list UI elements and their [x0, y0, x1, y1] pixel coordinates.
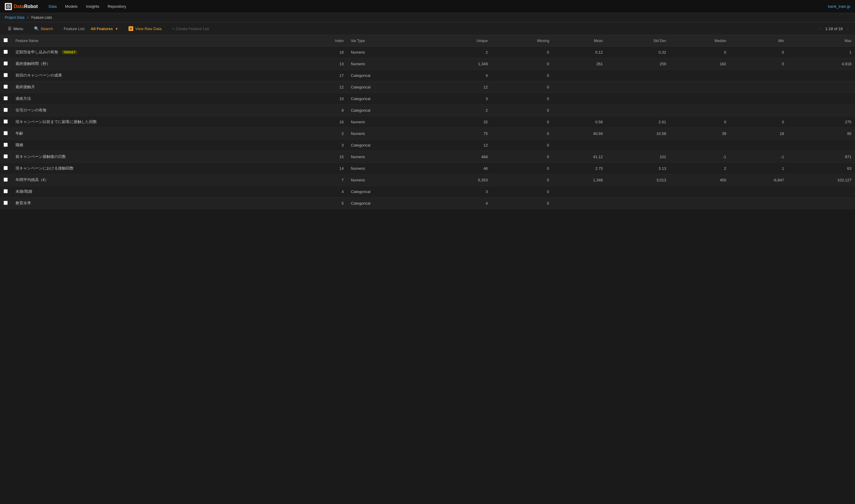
nav-item-models[interactable]: Models	[62, 2, 81, 11]
median-cell	[669, 81, 730, 93]
file-name-link[interactable]: bank_train.jp	[828, 4, 850, 8]
var-type-cell: Categorical	[347, 139, 433, 151]
index-cell: 17	[297, 70, 347, 81]
row-checkbox[interactable]	[4, 131, 8, 135]
nav-item-repository[interactable]: Repository	[104, 2, 130, 11]
min-cell	[730, 139, 788, 151]
feature-name: 最終接触月	[16, 85, 35, 89]
feature-name: 現キャンペーン以前までに顧客に接触した回数	[16, 120, 97, 124]
breadcrumb-project-data[interactable]: Project Data	[5, 16, 24, 20]
missing-cell: 0	[491, 151, 553, 163]
max-cell	[788, 139, 855, 151]
feature-list-selector[interactable]: Feature List: All Features ▾	[61, 25, 121, 33]
menu-button[interactable]: ☰ Menu	[5, 25, 26, 33]
row-checkbox-cell	[0, 116, 12, 128]
row-checkbox[interactable]	[4, 73, 8, 77]
row-checkbox[interactable]	[4, 50, 8, 54]
index-cell: 8	[297, 105, 347, 116]
select-all-checkbox[interactable]	[4, 38, 8, 42]
unique-cell: 32	[433, 116, 491, 128]
max-cell: 102,127	[788, 174, 855, 186]
table-row: 未婚/既婚 4 Categorical 3 0	[0, 186, 855, 197]
table-row: 職種 3 Categorical 12 0	[0, 139, 855, 151]
table-row: 連絡方法 10 Categorical 3 0	[0, 93, 855, 105]
index-cell: 10	[297, 93, 347, 105]
index-cell: 7	[297, 174, 347, 186]
median-cell	[669, 139, 730, 151]
breadcrumb-feature-lists: Feature Lists	[31, 16, 52, 20]
breadcrumb: Project Data > Feature Lists	[0, 13, 855, 22]
unique-cell: 75	[433, 128, 491, 139]
row-checkbox-cell	[0, 47, 12, 58]
row-checkbox[interactable]	[4, 143, 8, 147]
index-cell: 5	[297, 197, 347, 209]
mean-cell	[553, 197, 606, 209]
missing-cell: 0	[491, 174, 553, 186]
max-header: Max	[788, 35, 855, 47]
search-label: Search	[41, 26, 53, 31]
row-checkbox[interactable]	[4, 201, 8, 205]
median-cell	[669, 105, 730, 116]
std-dev-cell	[606, 93, 669, 105]
index-cell: 2	[297, 128, 347, 139]
median-header: Median	[669, 35, 730, 47]
var-type-cell: Numeric	[347, 58, 433, 70]
index-cell: 15	[297, 151, 347, 163]
row-checkbox-cell	[0, 93, 12, 105]
std-dev-cell: 0.32	[606, 47, 669, 58]
mean-cell	[553, 186, 606, 197]
missing-cell: 0	[491, 105, 553, 116]
row-checkbox-cell	[0, 186, 12, 197]
median-cell: 182	[669, 58, 730, 70]
feature-name-cell: 住宅ローンの有無	[12, 105, 297, 116]
pagination-prev-button[interactable]: ‹	[818, 25, 823, 32]
pagination-next-button[interactable]: ›	[845, 25, 850, 32]
row-checkbox[interactable]	[4, 61, 8, 66]
std-dev-cell: 2.61	[606, 116, 669, 128]
nav-item-insights[interactable]: Insights	[82, 2, 103, 11]
min-cell: 0	[730, 116, 788, 128]
row-checkbox[interactable]	[4, 85, 8, 89]
row-checkbox-cell	[0, 81, 12, 93]
table-row: 前回のキャンペーンの成果 17 Categorical 4 0	[0, 70, 855, 81]
logo-text: DataRobot	[14, 4, 38, 9]
table-row: 定額預金申し込みの有無 TARGET 18 Numeric 2 0 0.12 0…	[0, 47, 855, 58]
row-checkbox[interactable]	[4, 154, 8, 159]
median-cell	[669, 93, 730, 105]
chevron-down-icon: ▾	[116, 26, 118, 31]
feature-name-cell: 前回のキャンペーンの成果	[12, 70, 297, 81]
var-type-cell: Categorical	[347, 70, 433, 81]
row-checkbox[interactable]	[4, 189, 8, 193]
mean-cell: 41.12	[553, 151, 606, 163]
row-checkbox[interactable]	[4, 108, 8, 112]
unique-cell: 3	[433, 93, 491, 105]
view-raw-data-button[interactable]: ⊞ View Raw Data	[125, 25, 164, 33]
index-cell: 12	[297, 81, 347, 93]
feature-list-label: Feature List:	[64, 26, 85, 31]
row-checkbox-cell	[0, 174, 12, 186]
logo[interactable]: DataRobot	[5, 3, 38, 10]
row-checkbox[interactable]	[4, 120, 8, 124]
median-cell: 0	[669, 116, 730, 128]
row-checkbox[interactable]	[4, 178, 8, 182]
std-dev-cell	[606, 139, 669, 151]
median-cell: 0	[669, 47, 730, 58]
index-header: Index	[297, 35, 347, 47]
median-cell	[669, 70, 730, 81]
row-checkbox[interactable]	[4, 166, 8, 170]
unique-cell: 2	[433, 47, 491, 58]
feature-name-cell: 職種	[12, 139, 297, 151]
var-type-cell: Categorical	[347, 93, 433, 105]
unique-cell: 2	[433, 105, 491, 116]
var-type-cell: Numeric	[347, 174, 433, 186]
nav-item-data[interactable]: Data	[45, 2, 60, 11]
mean-cell	[553, 105, 606, 116]
missing-cell: 0	[491, 47, 553, 58]
row-checkbox-cell	[0, 70, 12, 81]
feature-name: 前キャンペーン接触後の日数	[16, 154, 66, 159]
feature-list-value: All Features	[91, 26, 113, 31]
create-feature-list-button[interactable]: + Create Feature List	[169, 25, 212, 33]
row-checkbox[interactable]	[4, 96, 8, 101]
svg-point-2	[8, 6, 9, 7]
search-button[interactable]: 🔍 Search	[31, 25, 56, 33]
